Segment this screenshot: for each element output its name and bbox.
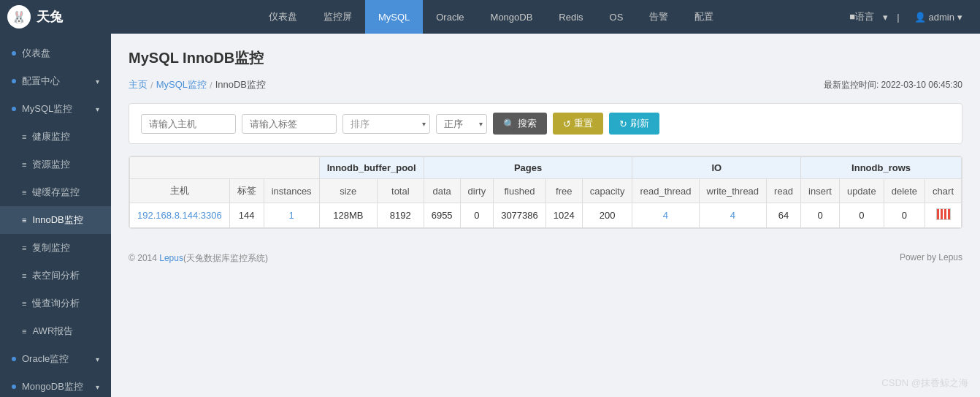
search-button[interactable]: 🔍 搜索 <box>493 113 547 135</box>
reset-button[interactable]: ↺ 重置 <box>553 113 603 135</box>
sidebar-item-tablespace[interactable]: ≡ 表空间分析 <box>0 262 111 290</box>
sidebar-item-mongodb[interactable]: MongoDB监控 ▾ <box>0 373 111 397</box>
sidebar-item-dashboard[interactable]: 仪表盘 <box>0 39 111 67</box>
sidebar-label-dashboard: 仪表盘 <box>22 47 50 60</box>
order-select[interactable]: 正序 倒序 <box>436 114 487 134</box>
list-icon: ≡ <box>22 271 26 280</box>
admin-button[interactable]: 👤 admin ▾ <box>908 9 968 26</box>
sidebar-label-keycache: 键缓存监控 <box>32 186 80 199</box>
refresh-button[interactable]: ↻ 刷新 <box>609 113 659 135</box>
app-logo: 🐰 天兔 <box>7 5 139 29</box>
th-insert: insert <box>801 179 840 203</box>
table-col-header-row: 主机 标签 instances size total data dirty fl… <box>130 179 962 203</box>
nav-monitor-screen[interactable]: 监控屏 <box>310 0 365 34</box>
nav-mysql[interactable]: MySQL <box>365 0 423 34</box>
user-icon: 👤 <box>914 12 926 23</box>
nav-oracle[interactable]: Oracle <box>423 0 477 34</box>
th-free: free <box>545 179 582 203</box>
list-icon: ≡ <box>22 188 26 197</box>
list-icon: ≡ <box>22 299 26 308</box>
td-instances: 1 <box>264 203 319 228</box>
search-label: 搜索 <box>518 117 537 130</box>
nav-mongodb[interactable]: MongoDB <box>478 0 546 34</box>
sidebar-dot-icon <box>12 107 16 111</box>
nav-links: 仪表盘 监控屏 MySQL Oracle MongoDB Redis OS 告警… <box>139 0 843 34</box>
copyright-text: © 2014 <box>129 253 159 263</box>
td-host: 192.168.8.144:3306 <box>130 203 230 228</box>
th-chart: chart <box>925 179 962 203</box>
sidebar-chevron-icon: ▾ <box>96 77 99 86</box>
sidebar-dot-icon <box>12 51 16 56</box>
innodb-table: Innodb_buffer_pool Pages IO Innodb_rows … <box>129 156 962 228</box>
td-flushed: 3077386 <box>494 203 546 228</box>
main-content: MySQL InnoDB监控 主页 / MySQL监控 / InnoDB监控 最… <box>111 34 980 397</box>
th-data: data <box>424 179 460 203</box>
th-host: 主机 <box>130 179 230 203</box>
app-name: 天兔 <box>37 8 63 26</box>
tag-input[interactable] <box>242 114 337 134</box>
th-write-thread: write_thread <box>699 179 767 203</box>
sidebar-item-oracle[interactable]: Oracle监控 ▾ <box>0 345 111 373</box>
td-update: 0 <box>839 203 884 228</box>
sidebar-item-slowquery[interactable]: ≡ 慢查询分析 <box>0 290 111 317</box>
language-button[interactable]: ■语言 <box>843 7 880 26</box>
sidebar-label-slowquery: 慢查询分析 <box>32 297 80 310</box>
sidebar-item-keycache[interactable]: ≡ 键缓存监控 <box>0 178 111 206</box>
refresh-icon: ↻ <box>619 118 627 129</box>
td-chart <box>925 203 962 228</box>
powered-link[interactable]: Lepus <box>938 252 962 262</box>
breadcrumb-level1[interactable]: MySQL监控 <box>156 78 207 91</box>
sidebar-label-replication: 复制监控 <box>32 241 70 254</box>
sidebar-item-resource[interactable]: ≡ 资源监控 <box>0 151 111 178</box>
td-tag: 144 <box>229 203 264 228</box>
sidebar-chevron-icon: ▾ <box>96 105 99 113</box>
sidebar-dot-icon <box>12 79 16 83</box>
logo-icon: 🐰 <box>7 5 31 29</box>
td-read: 64 <box>767 203 801 228</box>
breadcrumb-home[interactable]: 主页 <box>129 78 148 91</box>
th-total: total <box>377 179 424 203</box>
nav-redis[interactable]: Redis <box>545 0 596 34</box>
sort-select[interactable]: 排序 <box>342 114 430 134</box>
sidebar-item-replication[interactable]: ≡ 复制监控 <box>0 234 111 262</box>
sort-select-wrap: 排序 ▾ <box>342 114 430 134</box>
sidebar-item-config[interactable]: 配置中心 ▾ <box>0 67 111 95</box>
breadcrumb-sep1: / <box>150 80 153 91</box>
nav-config[interactable]: 配置 <box>681 0 727 34</box>
th-instances: instances <box>264 179 319 203</box>
powered-text: Power by <box>900 252 938 262</box>
sidebar-label-resource: 资源监控 <box>32 158 70 171</box>
host-input[interactable] <box>141 114 236 134</box>
read-thread-link[interactable]: 4 <box>663 210 668 221</box>
th-read: read <box>767 179 801 203</box>
sidebar-chevron-icon: ▾ <box>96 383 99 391</box>
sidebar-label-oracle: Oracle监控 <box>22 352 69 366</box>
write-thread-link[interactable]: 4 <box>730 210 735 221</box>
admin-label: admin <box>929 12 954 23</box>
sidebar-item-awr[interactable]: ≡ AWR报告 <box>0 317 111 345</box>
lepus-link[interactable]: Lepus <box>159 253 183 263</box>
data-table-wrapper: Innodb_buffer_pool Pages IO Innodb_rows … <box>129 156 962 229</box>
breadcrumb-level2: InnoDB监控 <box>215 78 266 91</box>
top-navigation: 🐰 天兔 仪表盘 监控屏 MySQL Oracle MongoDB Redis … <box>0 0 980 34</box>
th-capacity: capacity <box>582 179 632 203</box>
sidebar-item-innodb[interactable]: ≡ InnoDB监控 <box>0 206 111 234</box>
list-icon: ≡ <box>22 160 26 169</box>
th-pages: Pages <box>424 157 632 179</box>
sidebar-label-innodb: InnoDB监控 <box>32 213 83 227</box>
breadcrumb-sep2: / <box>210 80 213 91</box>
chart-icon[interactable] <box>936 208 951 220</box>
nav-alert[interactable]: 告警 <box>636 0 681 34</box>
nav-os[interactable]: OS <box>597 0 637 34</box>
sidebar-item-mysql[interactable]: MySQL监控 ▾ <box>0 95 111 123</box>
breadcrumb-left: 主页 / MySQL监控 / InnoDB监控 <box>129 78 266 91</box>
refresh-label: 刷新 <box>630 117 649 130</box>
sidebar-item-health[interactable]: ≡ 健康监控 <box>0 123 111 151</box>
nav-dashboard[interactable]: 仪表盘 <box>256 0 310 34</box>
td-data: 6955 <box>424 203 460 228</box>
td-size: 128MB <box>319 203 377 228</box>
td-free: 1024 <box>545 203 582 228</box>
host-link[interactable]: 192.168.8.144:3306 <box>137 210 222 221</box>
instances-link[interactable]: 1 <box>289 210 294 221</box>
last-updated-time: 2022-03-10 06:45:30 <box>881 80 962 90</box>
